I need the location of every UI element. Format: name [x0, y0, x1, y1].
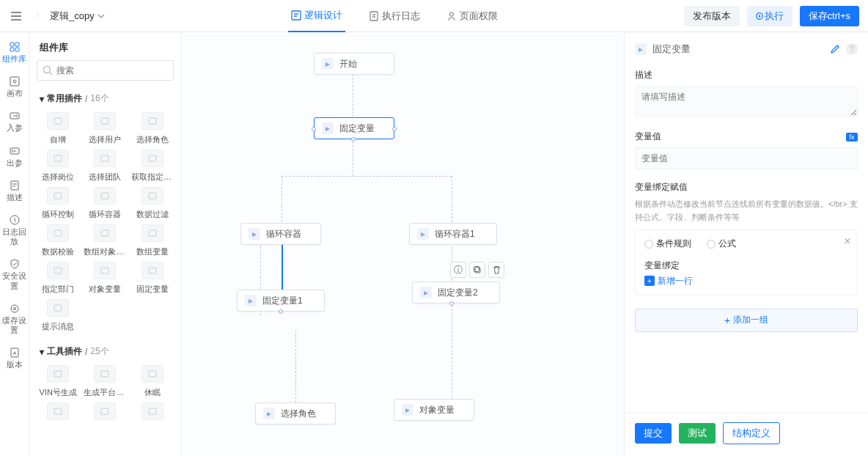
- rail-input[interactable]: 入参: [1, 110, 28, 133]
- binding-hint: 根据条件动态修改当前节点连线前所有变量的数据值。</br> 支持公式、字段、判断…: [635, 198, 858, 224]
- value-input[interactable]: [635, 147, 858, 169]
- test-button[interactable]: 测试: [679, 423, 716, 444]
- save-button[interactable]: 保存ctrl+s: [800, 6, 859, 26]
- search-input[interactable]: [37, 60, 174, 81]
- radio-condition[interactable]: 条件规则: [644, 238, 691, 250]
- node-select-role[interactable]: ▸ 选择角色: [255, 402, 336, 424]
- component-item[interactable]: 生成平台唯...: [82, 365, 128, 398]
- component-item[interactable]: 数组对象变量: [82, 224, 128, 257]
- rail-security[interactable]: 安全设置: [1, 258, 28, 290]
- node-fixed-var[interactable]: ▸ 固定变量: [314, 117, 394, 139]
- component-label: 获取指定请...: [131, 172, 174, 183]
- component-icon: [47, 299, 69, 317]
- component-item[interactable]: 休眠: [130, 365, 175, 398]
- add-line-button[interactable]: + 新增一行: [644, 275, 693, 287]
- rail-version[interactable]: 版本: [1, 347, 28, 369]
- desc-textarea[interactable]: [635, 86, 858, 117]
- node-loop-container[interactable]: ▸ 循环容器: [240, 223, 321, 245]
- svg-rect-36: [149, 371, 156, 377]
- publish-button[interactable]: 发布版本: [684, 6, 740, 26]
- group-header-common[interactable]: ▾ 常用插件 / 16个: [29, 88, 181, 109]
- component-item[interactable]: 选择团队: [82, 150, 128, 183]
- component-item[interactable]: 数据校验: [35, 224, 81, 257]
- node-fixed-var1[interactable]: ▸ 固定变量1: [237, 290, 325, 312]
- node-loop-container1[interactable]: ▸ 循环容器1: [409, 223, 497, 245]
- component-item[interactable]: [35, 402, 81, 424]
- component-item[interactable]: 选择用户: [82, 112, 128, 145]
- radio-formula[interactable]: 公式: [707, 238, 736, 250]
- fx-icon[interactable]: fx: [846, 133, 858, 141]
- add-group-button[interactable]: + 添加一组: [635, 309, 858, 332]
- edit-icon[interactable]: [830, 44, 840, 54]
- menu-icon[interactable]: [9, 9, 23, 23]
- component-item[interactable]: 指定部门: [35, 262, 81, 295]
- close-icon[interactable]: ✕: [844, 236, 851, 246]
- component-label: 提示消息: [42, 321, 74, 332]
- component-item[interactable]: 循环控制: [35, 187, 81, 220]
- breadcrumb-item[interactable]: 逻辑_copy: [50, 10, 95, 23]
- component-item[interactable]: 获取指定请...: [130, 150, 175, 183]
- component-icon: [141, 262, 163, 279]
- version-icon: [9, 347, 21, 358]
- node-fixed-var2[interactable]: ▸ 固定变量2: [412, 282, 500, 304]
- component-item[interactable]: 循环容器: [82, 187, 128, 220]
- component-item[interactable]: [130, 402, 175, 424]
- svg-rect-1: [370, 12, 378, 21]
- panel-scroll[interactable]: ▾ 常用插件 / 16个 自增选择用户选择角色选择岗位选择团队获取指定请...循…: [29, 88, 181, 456]
- component-item[interactable]: 对象变量: [82, 262, 128, 295]
- svg-rect-20: [149, 118, 156, 124]
- tab-logic-design[interactable]: 逻辑设计: [288, 0, 345, 32]
- submit-button[interactable]: 提交: [635, 423, 672, 444]
- svg-rect-39: [149, 408, 156, 414]
- flow-canvas[interactable]: ▸ 开始 ▸ 固定变量 ▸ 循环容器 ▸ 循环容器1 ▸ 固定变量1 ▸ 固定变…: [182, 32, 625, 456]
- component-item[interactable]: 自增: [35, 112, 81, 145]
- clock-icon: [9, 214, 21, 226]
- component-item[interactable]: 提示消息: [35, 299, 81, 332]
- component-item[interactable]: VIN号生成: [35, 365, 81, 398]
- copy-button[interactable]: [469, 262, 485, 278]
- svg-rect-34: [54, 371, 62, 377]
- panel-footer: 提交 测试 结构定义: [625, 413, 868, 456]
- rail-canvas[interactable]: 画布: [1, 76, 28, 98]
- help-icon[interactable]: ?: [846, 43, 858, 55]
- component-item[interactable]: [82, 402, 128, 424]
- node-object-var[interactable]: ▸ 对象变量: [394, 399, 474, 421]
- top-bar: 〉 逻辑_copy 逻辑设计 执行日志 页面权限 发布版本 执行 保存ctrl+…: [0, 0, 868, 32]
- puzzle-icon: [9, 41, 21, 53]
- component-icon: [47, 402, 69, 420]
- node-icon: ▸: [249, 228, 260, 240]
- component-icon: [94, 365, 116, 383]
- component-item[interactable]: 数组变量: [130, 224, 175, 257]
- group-header-tool[interactable]: ▾ 工具插件 / 25个: [29, 341, 181, 362]
- component-item[interactable]: 选择角色: [130, 112, 175, 145]
- rail-cache[interactable]: 缓存设置: [1, 303, 28, 335]
- node-icon: ▸: [417, 228, 429, 240]
- rail-component-lib[interactable]: 组件库: [1, 41, 28, 64]
- component-item[interactable]: 选择岗位: [35, 150, 81, 183]
- info-button[interactable]: ⓘ: [450, 262, 466, 278]
- svg-point-17: [44, 67, 51, 73]
- delete-button[interactable]: [488, 262, 504, 278]
- tab-page-perm[interactable]: 页面权限: [444, 0, 501, 32]
- rail-desc[interactable]: 描述: [1, 180, 28, 202]
- component-item[interactable]: 固定变量: [130, 262, 175, 295]
- value-label: 变量值: [635, 130, 661, 143]
- tab-exec-log[interactable]: 执行日志: [366, 0, 423, 32]
- svg-rect-12: [11, 181, 18, 190]
- node-start[interactable]: ▸ 开始: [314, 53, 394, 75]
- svg-rect-31: [101, 268, 108, 273]
- component-icon: [141, 150, 163, 167]
- node-type-icon: ▸: [635, 43, 647, 55]
- run-button[interactable]: 执行: [747, 6, 792, 26]
- component-item[interactable]: 数据过滤: [130, 187, 175, 220]
- svg-rect-24: [54, 193, 62, 199]
- rail-output[interactable]: 出参: [1, 145, 28, 168]
- output-icon: [9, 145, 21, 157]
- tab-label: 执行日志: [382, 10, 420, 23]
- chevron-down-icon[interactable]: [98, 14, 105, 18]
- define-button[interactable]: 结构定义: [723, 422, 780, 444]
- rail-log[interactable]: 日志回放: [1, 214, 28, 246]
- svg-rect-21: [54, 155, 62, 161]
- svg-rect-0: [292, 11, 301, 20]
- component-panel: 组件库 ▾ 常用插件 / 16个 自增选择用户选择角色选择岗位选择团队获取指定请…: [29, 32, 182, 456]
